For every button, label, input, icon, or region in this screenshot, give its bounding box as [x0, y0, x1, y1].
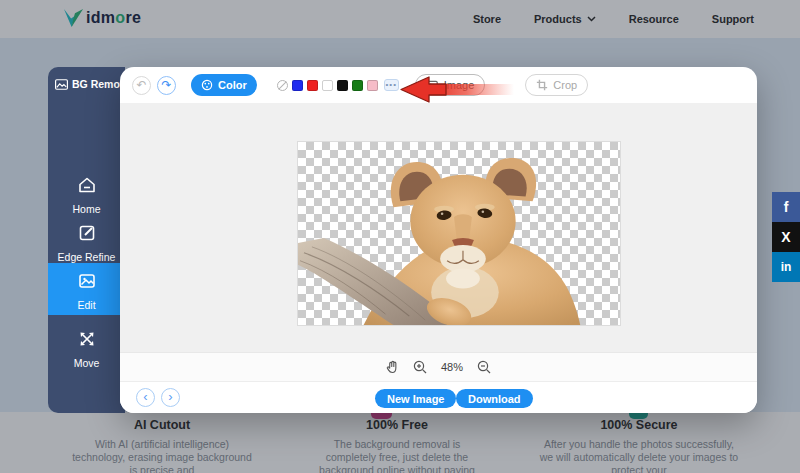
- transparent-image-preview[interactable]: [297, 141, 621, 326]
- facebook-icon: f: [784, 199, 789, 215]
- edge-refine-icon: [76, 222, 98, 244]
- move-icon: [76, 328, 98, 350]
- swatch-transparent[interactable]: [277, 80, 288, 91]
- pan-hand-button[interactable]: [386, 360, 399, 374]
- sidebar-item-label: Edge Refine: [48, 251, 125, 263]
- zoom-in-icon: [413, 360, 427, 374]
- new-image-button[interactable]: New Image: [375, 389, 456, 408]
- undo-icon: ↶: [136, 78, 146, 92]
- redo-icon: ↷: [161, 78, 171, 92]
- color-tab-button[interactable]: Color: [191, 74, 257, 96]
- image-edit-icon: [76, 270, 98, 292]
- image-icon: [426, 79, 439, 92]
- bg-remover-icon: [55, 79, 68, 90]
- sidebar-item-label: Move: [48, 357, 125, 369]
- zoom-out-icon: [477, 360, 491, 374]
- bg-remover-sidebar: BG Remover Home Edge Refine Edit: [48, 67, 125, 413]
- swatch-white[interactable]: [322, 80, 333, 91]
- x-icon: X: [781, 229, 790, 245]
- swatch-blue[interactable]: [292, 80, 303, 91]
- editor-toolbar: ↶ ↷ Color •••: [120, 67, 757, 103]
- swatch-green[interactable]: [352, 80, 363, 91]
- swatch-black[interactable]: [337, 80, 348, 91]
- image-tab-button[interactable]: Image: [415, 74, 486, 96]
- action-bar: ‹ › New Image Download: [120, 381, 757, 413]
- download-button[interactable]: Download: [456, 389, 533, 408]
- zoom-level: 48%: [441, 361, 463, 373]
- sidebar-item-home[interactable]: Home: [48, 167, 125, 215]
- zoom-controls: 48%: [120, 352, 757, 381]
- more-colors-button[interactable]: •••: [384, 79, 399, 91]
- editor-modal: ↶ ↷ Color •••: [120, 67, 757, 413]
- x-share-button[interactable]: X: [772, 222, 800, 252]
- social-share-rail: f X in: [772, 192, 800, 282]
- sidebar-item-edit[interactable]: Edit: [48, 263, 125, 315]
- hand-icon: [386, 360, 399, 374]
- crop-tab-button[interactable]: Crop: [525, 74, 588, 96]
- prev-image-button[interactable]: ‹: [136, 388, 155, 407]
- linkedin-icon: in: [781, 260, 792, 274]
- lion-cutout-image: [298, 142, 620, 325]
- next-image-button[interactable]: ›: [161, 388, 180, 407]
- sidebar-item-edge-refine[interactable]: Edge Refine: [48, 215, 125, 263]
- swatch-pink[interactable]: [367, 80, 378, 91]
- crop-icon: [536, 79, 548, 91]
- swatch-red[interactable]: [307, 80, 318, 91]
- facebook-share-button[interactable]: f: [772, 192, 800, 222]
- linkedin-share-button[interactable]: in: [772, 252, 800, 282]
- sidebar-item-label: Edit: [48, 299, 125, 311]
- zoom-in-button[interactable]: [413, 360, 427, 374]
- sidebar-item-label: Home: [48, 203, 125, 215]
- sidebar-item-move[interactable]: Move: [48, 321, 125, 369]
- editor-canvas: [120, 103, 757, 352]
- page: idmore Store Products Resource Support A…: [0, 0, 800, 473]
- zoom-out-button[interactable]: [477, 360, 491, 374]
- home-icon: [76, 174, 98, 196]
- redo-button[interactable]: ↷: [157, 76, 176, 95]
- undo-button[interactable]: ↶: [132, 76, 151, 95]
- palette-icon: [201, 79, 213, 91]
